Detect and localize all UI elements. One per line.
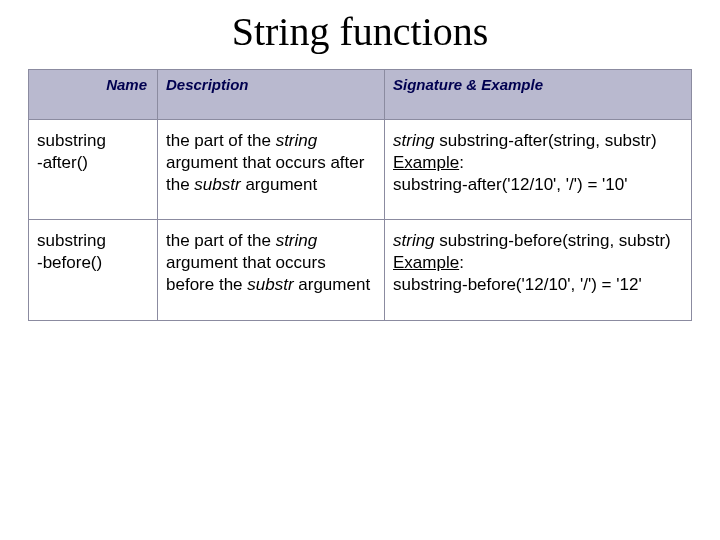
col-header-name: Name (29, 70, 158, 120)
slide: String functions Name Description Signat… (0, 0, 720, 540)
table-header-row: Name Description Signature & Example (29, 70, 692, 120)
example-colon: : (459, 153, 464, 172)
desc-text: argument (241, 175, 318, 194)
col-header-desc: Description (158, 70, 385, 120)
name-line1: substring (37, 131, 106, 150)
desc-italic: substr (194, 175, 240, 194)
desc-italic: substr (247, 275, 293, 294)
name-line2: -before() (37, 253, 102, 272)
example-label: Example (393, 153, 459, 172)
desc-italic: string (276, 131, 318, 150)
name-line1: substring (37, 231, 106, 250)
table-row: substring -before() the part of the stri… (29, 220, 692, 320)
desc-italic: string (276, 231, 318, 250)
example-body: substring-before('12/10', '/') = '12' (393, 275, 642, 294)
col-header-sig: Signature & Example (385, 70, 692, 120)
example-colon: : (459, 253, 464, 272)
cell-name: substring -before() (29, 220, 158, 320)
functions-table: Name Description Signature & Example sub… (28, 69, 692, 321)
name-line2: -after() (37, 153, 88, 172)
sig-call: substring-after(string, substr) (435, 131, 657, 150)
desc-text: the part of the (166, 231, 276, 250)
sig-call: substring-before(string, substr) (435, 231, 671, 250)
sig-return-type: string (393, 231, 435, 250)
cell-sig: string substring-after(string, substr) E… (385, 120, 692, 220)
cell-name: substring -after() (29, 120, 158, 220)
example-body: substring-after('12/10', '/') = '10' (393, 175, 627, 194)
cell-sig: string substring-before(string, substr) … (385, 220, 692, 320)
cell-desc: the part of the string argument that occ… (158, 120, 385, 220)
desc-text: argument (294, 275, 371, 294)
cell-desc: the part of the string argument that occ… (158, 220, 385, 320)
table-row: substring -after() the part of the strin… (29, 120, 692, 220)
desc-text: the part of the (166, 131, 276, 150)
sig-return-type: string (393, 131, 435, 150)
page-title: String functions (28, 8, 692, 55)
example-label: Example (393, 253, 459, 272)
